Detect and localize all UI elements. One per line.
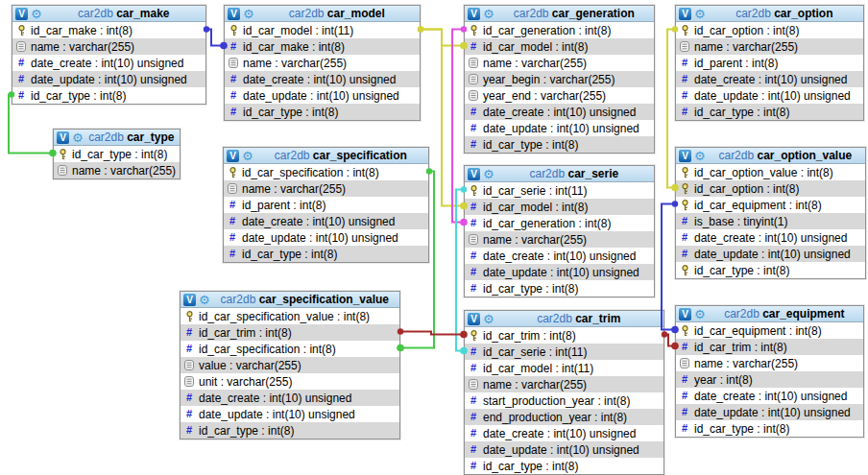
- column-label: name : varchar(255): [483, 378, 587, 392]
- table-header-car_equipment[interactable]: V⚙car2db car_equipment: [676, 306, 863, 322]
- table-car_trim[interactable]: V⚙car2db car_trimid_car_trim : int(8)#id…: [464, 310, 664, 475]
- primary-key-icon: [469, 185, 479, 197]
- table-car_equipment[interactable]: V⚙car2db car_equipmentid_car_equipment :…: [675, 305, 864, 438]
- select-table-icon[interactable]: V: [679, 8, 691, 20]
- column-label: date_create : int(10) unsigned: [694, 73, 847, 86]
- text-field-icon: [16, 41, 26, 52]
- table-header-car_type[interactable]: V⚙car2db car_type: [54, 130, 180, 146]
- numeric-field-icon: #: [682, 58, 687, 68]
- numeric-field-icon: #: [470, 283, 476, 294]
- car_model-column-id_car_make: #id_car_make : int(8): [225, 38, 420, 55]
- table-car_option[interactable]: V⚙car2db car_optionid_car_option : int(8…: [675, 5, 864, 121]
- database-name: car2db: [221, 293, 259, 306]
- car_trim-column-id_car_type: #id_car_type : int(8): [465, 458, 663, 474]
- car_generation-column-date_update: #date_update : int(10) unsigned: [465, 120, 654, 136]
- numeric-field-icon: #: [682, 374, 687, 385]
- column-label: id_car_model : int(8): [483, 40, 588, 54]
- table-car_specification_value[interactable]: V⚙car2db car_specification_valueid_car_s…: [180, 291, 400, 439]
- numeric-field-icon: #: [682, 391, 687, 401]
- text-field-icon: [469, 379, 478, 390]
- column-label: date_update : int(10) unsigned: [694, 248, 851, 261]
- table-car_option_value[interactable]: V⚙car2db car_option_valueid_car_option_v…: [675, 147, 866, 279]
- table-header-car_specification_value[interactable]: V⚙car2db car_specification_value: [181, 292, 399, 308]
- table-header-car_option[interactable]: V⚙car2db car_option: [676, 6, 863, 22]
- table-car_make[interactable]: V⚙car2db car_makeid_car_make : int(8)nam…: [12, 5, 206, 105]
- column-label: date_create : int(10) unsigned: [483, 249, 636, 263]
- table-options-gear-icon[interactable]: ⚙: [199, 294, 210, 306]
- column-label: id_car_serie : int(11): [483, 184, 588, 198]
- table-options-gear-icon[interactable]: ⚙: [31, 8, 42, 20]
- primary-key-icon: [58, 149, 68, 160]
- table-title: car2db car_equipment: [709, 307, 860, 321]
- car_specification-column-date_update: #date_update : int(10) unsigned: [224, 229, 428, 246]
- table-car_specification[interactable]: V⚙car2db car_specificationid_car_specifi…: [223, 147, 429, 263]
- column-label: value : varchar(255): [199, 359, 301, 372]
- table-car_type[interactable]: V⚙car2db car_typeid_car_type : int(8)nam…: [53, 129, 181, 179]
- numeric-field-icon: #: [682, 249, 687, 259]
- select-table-icon[interactable]: V: [468, 313, 480, 325]
- table-options-gear-icon[interactable]: ⚙: [694, 150, 706, 162]
- table-header-car_generation[interactable]: V⚙car2db car_generation: [465, 6, 654, 22]
- select-table-icon[interactable]: V: [468, 168, 480, 180]
- car_specification_value-column-value: value : varchar(255): [181, 357, 399, 373]
- table-car_serie[interactable]: V⚙car2db car_serieid_car_serie : int(11)…: [464, 165, 655, 297]
- car_specification_value-column-id_car_specification_value: id_car_specification_value : int(8): [181, 308, 399, 324]
- select-table-icon[interactable]: V: [228, 8, 240, 20]
- select-table-icon[interactable]: V: [57, 131, 69, 144]
- numeric-field-icon: #: [186, 327, 192, 338]
- column-label: date_update : int(10) unsigned: [483, 443, 639, 457]
- table-options-gear-icon[interactable]: ⚙: [483, 313, 494, 325]
- select-table-icon[interactable]: V: [15, 8, 28, 20]
- table-options-gear-icon[interactable]: ⚙: [694, 308, 706, 321]
- table-header-car_trim[interactable]: V⚙car2db car_trim: [465, 311, 663, 327]
- column-label: id_car_type : int(8): [483, 460, 578, 473]
- database-name: car2db: [537, 312, 575, 325]
- column-label: date_create : int(10) unsigned: [199, 392, 351, 405]
- numeric-field-icon: #: [230, 74, 236, 84]
- relation-car_specification_value-car_trim: [400, 332, 464, 335]
- column-label: date_create : int(10) unsigned: [243, 73, 396, 86]
- table-title: car2db car_model: [257, 7, 417, 20]
- numeric-field-icon: #: [470, 250, 476, 261]
- select-table-icon[interactable]: V: [227, 150, 239, 162]
- car_model-column-date_update: #date_update : int(10) unsigned: [225, 87, 420, 104]
- column-label: id_car_equipment : int(8): [694, 199, 822, 212]
- table-title: car2db car_trim: [497, 312, 661, 325]
- column-label: id_car_make : int(8): [31, 24, 133, 37]
- select-table-icon[interactable]: V: [468, 8, 480, 20]
- text-field-icon: [229, 58, 238, 68]
- table-car_generation[interactable]: V⚙car2db car_generationid_car_generation…: [464, 5, 655, 154]
- car_trim-column-date_update: #date_update : int(10) unsigned: [465, 441, 663, 458]
- table-header-car_specification[interactable]: V⚙car2db car_specification: [224, 148, 428, 164]
- text-field-icon: [184, 376, 194, 387]
- select-table-icon[interactable]: V: [183, 294, 196, 306]
- table-name: car_type: [127, 131, 174, 144]
- column-label: id_car_type : int(8): [694, 264, 789, 277]
- select-table-icon[interactable]: V: [679, 308, 691, 321]
- numeric-field-icon: #: [470, 444, 476, 455]
- column-label: date_update : int(10) unsigned: [694, 89, 851, 103]
- text-field-icon: [469, 58, 478, 68]
- select-table-icon[interactable]: V: [679, 150, 691, 162]
- er-diagram-canvas: V⚙car2db car_makeid_car_make : int(8)nam…: [0, 0, 868, 475]
- column-label: id_car_type : int(8): [694, 106, 789, 119]
- car_serie-column-id_car_type: #id_car_type : int(8): [465, 280, 654, 297]
- table-options-gear-icon[interactable]: ⚙: [72, 131, 84, 144]
- table-header-car_option_value[interactable]: V⚙car2db car_option_value: [676, 148, 865, 164]
- column-label: id_car_type : int(8): [694, 422, 789, 436]
- table-header-car_make[interactable]: V⚙car2db car_make: [12, 6, 205, 22]
- numeric-field-icon: #: [470, 218, 476, 228]
- column-label: id_car_specification : int(8): [199, 343, 336, 356]
- table-options-gear-icon[interactable]: ⚙: [242, 150, 253, 162]
- table-options-gear-icon[interactable]: ⚙: [243, 8, 254, 20]
- table-options-gear-icon[interactable]: ⚙: [483, 8, 494, 20]
- numeric-field-icon: #: [230, 107, 236, 117]
- table-car_model[interactable]: V⚙car2db car_modelid_car_model : int(11)…: [224, 5, 421, 121]
- table-header-car_model[interactable]: V⚙car2db car_model: [225, 6, 420, 22]
- table-options-gear-icon[interactable]: ⚙: [694, 8, 706, 20]
- column-label: date_update : int(10) unsigned: [242, 231, 398, 245]
- table-header-car_serie[interactable]: V⚙car2db car_serie: [465, 166, 654, 182]
- car_generation-column-year_begin: year_begin : varchar(255): [465, 71, 654, 87]
- column-label: start_production_year : int(8): [483, 394, 630, 408]
- table-options-gear-icon[interactable]: ⚙: [483, 168, 494, 180]
